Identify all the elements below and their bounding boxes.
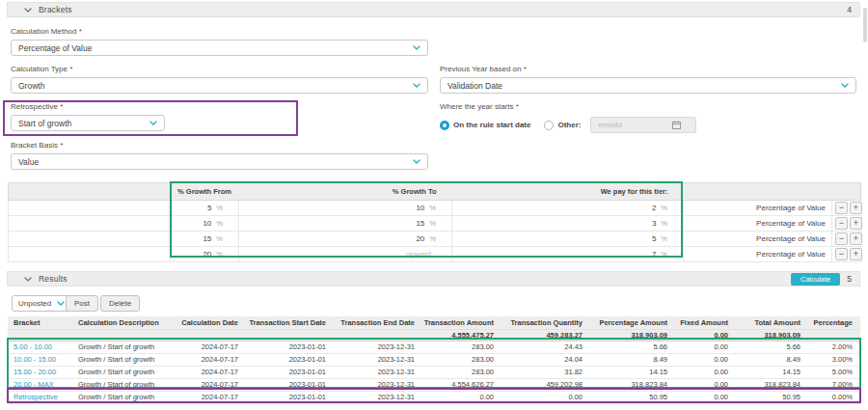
growth-from-input[interactable]: 20%: [171, 247, 239, 262]
calculate-button[interactable]: Calculate: [791, 273, 840, 286]
results-cell: 2023-01-01: [246, 366, 334, 378]
results-total-cell: [246, 329, 334, 341]
results-column-header[interactable]: Transaction Quantity: [502, 316, 590, 329]
growth-from-header: % Growth From: [171, 183, 239, 201]
calculation-method-select[interactable]: Percentage of Value: [11, 40, 428, 56]
results-column-header[interactable]: Transaction Amount: [422, 316, 502, 329]
growth-from-input[interactable]: 15%: [171, 232, 239, 247]
add-tier-button[interactable]: +: [850, 217, 862, 230]
add-tier-button[interactable]: +: [850, 202, 862, 214]
results-column-header[interactable]: Calculation Date: [174, 316, 246, 329]
where-year-starts-options: On the rule start date Other: mm/dd: [440, 117, 856, 133]
chevron-down-icon: [841, 83, 849, 88]
results-row: 5.00 - 10.00Growth / Start of growth2024…: [8, 341, 860, 353]
remove-tier-button[interactable]: −: [835, 232, 848, 245]
growth-to-input[interactable]: 10%: [239, 201, 452, 216]
brackets-count-badge: 4: [847, 5, 852, 14]
tier-row: 20% upward 7% Percentage of Value −+: [9, 247, 861, 262]
percent-unit: %: [661, 219, 667, 228]
bracket-link[interactable]: 5.00 - 10.00: [8, 341, 72, 353]
scrollbar[interactable]: [863, 8, 867, 42]
radio-on-rule-start-date[interactable]: [440, 121, 449, 130]
chevron-down-icon: [413, 45, 420, 50]
growth-from-input[interactable]: 10%: [171, 216, 239, 232]
results-column-header[interactable]: Fixed Amount: [675, 316, 736, 329]
results-column-header[interactable]: Transaction End Date: [334, 316, 422, 329]
results-cell: 0.00: [422, 391, 502, 403]
results-cell: 2023-12-31: [334, 378, 422, 391]
results-total-cell: [8, 329, 72, 341]
where-year-starts-label: Where the year starts *: [440, 102, 856, 111]
results-cell: 5.66: [590, 341, 675, 353]
results-section-title: Results: [39, 274, 68, 284]
results-cell: 283.00: [422, 366, 502, 378]
pay-tier-input[interactable]: 7%: [452, 247, 684, 262]
percent-unit: %: [429, 234, 436, 243]
growth-to-input[interactable]: 15%: [239, 216, 452, 232]
pay-tier-input[interactable]: 3%: [452, 216, 684, 232]
results-column-header[interactable]: Percentage: [808, 316, 860, 329]
growth-to-input[interactable]: 20%: [239, 232, 452, 247]
tier-empty-cell: [9, 216, 171, 232]
results-cell: 0.00: [675, 391, 736, 403]
radio-other[interactable]: [544, 121, 554, 130]
tier-empty-cell: [9, 201, 171, 216]
chevron-down-icon: [413, 83, 420, 88]
pay-tier-header: We pay for this tier:: [452, 183, 684, 201]
percent-unit: %: [429, 204, 436, 212]
results-cell: 14.15: [736, 366, 808, 378]
remove-tier-button[interactable]: −: [835, 202, 848, 214]
growth-from-input[interactable]: 5%: [171, 201, 239, 216]
bracket-link[interactable]: Retrospective: [8, 391, 72, 403]
results-cell: 2.00%: [808, 341, 860, 353]
status-filter-select[interactable]: Unposted: [12, 295, 71, 312]
pay-tier-input[interactable]: 2%: [452, 201, 684, 216]
tier-row: 10% 15% 3% Percentage of Value −+: [9, 216, 861, 232]
bracket-link[interactable]: 20.00 - MAX: [8, 378, 72, 391]
previous-year-label: Previous Year based on *: [440, 65, 856, 73]
pay-tier-input[interactable]: 5%: [452, 232, 684, 247]
results-section-header[interactable]: Results Calculate 5: [7, 271, 860, 287]
results-column-header[interactable]: Transaction Start Date: [246, 316, 334, 329]
add-tier-button[interactable]: +: [850, 248, 862, 260]
calculation-type-select[interactable]: Growth: [11, 77, 428, 94]
results-cell: 3.00%: [808, 353, 860, 366]
remove-tier-button[interactable]: −: [835, 248, 848, 260]
retrospective-select[interactable]: Start of growth: [11, 115, 165, 131]
other-date-input: mm/dd: [590, 117, 696, 133]
bracket-link[interactable]: 10.00 - 15.00: [8, 353, 72, 366]
results-cell: 2023-12-31: [334, 391, 422, 403]
results-cell: 24.04: [502, 353, 590, 366]
growth-to-input[interactable]: upward: [239, 247, 452, 262]
results-cell: 283.00: [422, 341, 502, 353]
results-column-header[interactable]: Calculation Description: [72, 316, 174, 329]
results-column-header[interactable]: Bracket: [8, 316, 72, 329]
remove-tier-button[interactable]: −: [835, 217, 848, 230]
chevron-down-icon: [24, 277, 32, 282]
post-button[interactable]: Post: [66, 295, 98, 312]
bracket-link[interactable]: 15.00 - 20.00: [8, 366, 72, 378]
add-tier-button[interactable]: +: [850, 232, 862, 245]
results-cell: 2023-12-31: [334, 353, 422, 366]
results-table: BracketCalculation DescriptionCalculatio…: [8, 316, 860, 404]
tier-row: 15% 20% 5% Percentage of Value −+: [9, 232, 861, 247]
tier-method-cell: Percentage of Value: [684, 247, 832, 262]
tiers-header-method: [684, 183, 832, 201]
delete-button[interactable]: Delete: [100, 295, 140, 312]
results-total-cell: 318,903.09: [736, 329, 808, 341]
results-cell: 2023-01-01: [246, 378, 334, 391]
results-row: 20.00 - MAXGrowth / Start of growth2024-…: [8, 378, 860, 391]
percent-unit: %: [216, 204, 223, 212]
chevron-down-icon: [149, 121, 157, 125]
growth-to-header: % Growth To: [239, 183, 452, 201]
page: Brackets 4 Calculation Method * Percenta…: [0, 0, 868, 410]
results-column-header[interactable]: Percentage Amount: [590, 316, 675, 329]
bracket-basis-select[interactable]: Value: [11, 153, 428, 170]
brackets-section-header[interactable]: Brackets 4: [7, 2, 860, 17]
previous-year-select[interactable]: Validation Date: [440, 77, 856, 94]
brackets-section-title: Brackets: [39, 5, 72, 14]
results-cell: 2024-07-17: [174, 366, 246, 378]
results-column-header[interactable]: Total Amount: [736, 316, 808, 329]
tier-method-cell: Percentage of Value: [684, 216, 832, 232]
tier-empty-cell: [9, 232, 171, 247]
